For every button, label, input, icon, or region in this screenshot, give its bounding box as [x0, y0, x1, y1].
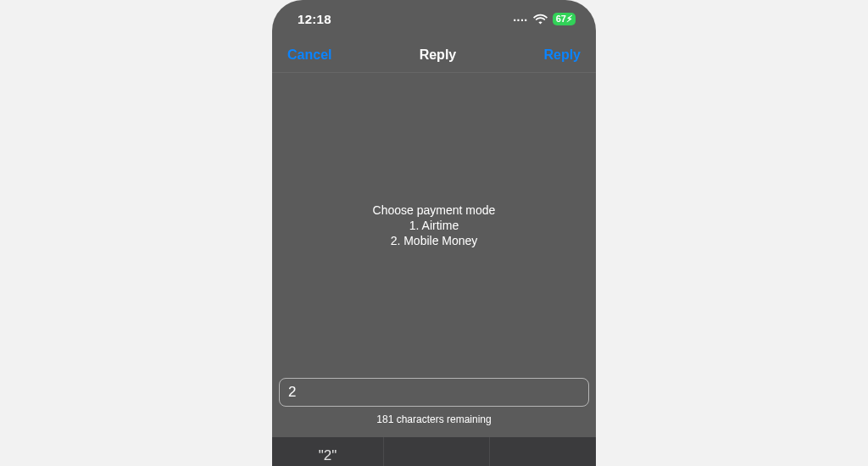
status-time: 12:18: [298, 12, 331, 26]
keyboard-suggestion-1[interactable]: "2": [272, 437, 384, 466]
prompt-line-1: Choose payment mode: [373, 202, 496, 218]
prompt-line-2: 1. Airtime: [409, 218, 459, 233]
reply-input[interactable]: [279, 378, 589, 407]
charging-icon: ⚡︎: [566, 14, 573, 24]
keyboard-suggestion-2[interactable]: [384, 437, 491, 466]
phone-frame: 12:18 .... 67⚡︎ Cancel Reply Reply Choos…: [272, 0, 596, 466]
status-bar: 12:18 .... 67⚡︎: [272, 0, 596, 37]
page-title: Reply: [420, 47, 457, 63]
status-icons: .... 67⚡︎: [513, 12, 576, 25]
keyboard-suggestion-3[interactable]: [490, 437, 596, 466]
reply-button[interactable]: Reply: [543, 47, 581, 63]
battery-level: 67: [556, 14, 566, 24]
battery-icon: 67⚡︎: [553, 13, 576, 25]
char-counter: 181 characters remaining: [279, 413, 589, 425]
cancel-button[interactable]: Cancel: [287, 47, 331, 63]
prompt-line-3: 2. Mobile Money: [391, 233, 478, 248]
cellular-dots-icon: ....: [513, 10, 528, 24]
message-content: Choose payment mode 1. Airtime 2. Mobile…: [272, 73, 596, 378]
wifi-icon: [533, 14, 548, 25]
keyboard-suggestion-bar: "2": [272, 437, 596, 466]
input-area: 181 characters remaining: [272, 378, 596, 425]
nav-bar: Cancel Reply Reply: [272, 37, 596, 73]
